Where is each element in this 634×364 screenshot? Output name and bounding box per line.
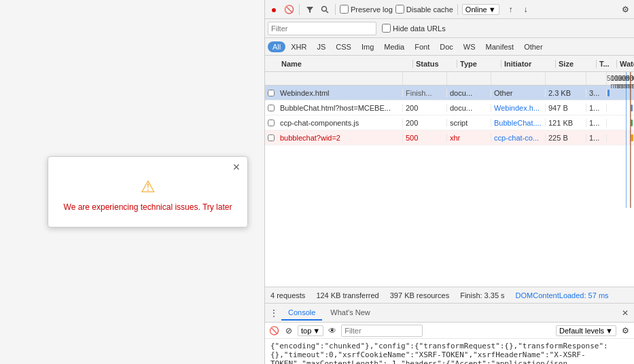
row-time: 1... xyxy=(586,134,607,142)
table-row[interactable]: ccp-chat-components.js 200 script Bubble… xyxy=(265,115,634,130)
table-header: Name Status Type Initiator Size T... Wat… xyxy=(265,56,634,72)
clear-button[interactable]: 🚫 xyxy=(283,3,295,16)
record-button[interactable]: ● xyxy=(268,3,280,16)
log-levels-select[interactable]: Default levels ▼ xyxy=(556,325,616,336)
tab-img[interactable]: Img xyxy=(357,41,378,52)
initiator-header[interactable]: Initiator xyxy=(501,60,556,68)
row-type: script xyxy=(447,119,491,127)
divider xyxy=(299,4,300,15)
divider xyxy=(457,4,458,15)
row-status: 200 xyxy=(403,104,447,112)
tab-other[interactable]: Other xyxy=(519,41,548,52)
table-row[interactable]: bubblechat?wid=2 500 xhr ccp-chat-co... … xyxy=(265,130,634,145)
finish-time: Finish: 3.35 s xyxy=(460,291,504,299)
row-time: 3... xyxy=(586,89,607,97)
row-checkbox[interactable] xyxy=(265,105,277,111)
svg-point-0 xyxy=(322,6,327,11)
row-time: 1... xyxy=(586,119,607,127)
tab-js[interactable]: JS xyxy=(312,41,330,52)
status-header[interactable]: Status xyxy=(413,60,457,68)
left-panel: ✕ ⚠ We are experiencing technical issues… xyxy=(0,0,265,364)
error-dialog: ✕ ⚠ We are experiencing technical issues… xyxy=(48,156,248,228)
preserve-log-checkbox[interactable] xyxy=(340,5,349,14)
console-settings-button[interactable]: ⚙ xyxy=(619,325,631,337)
console-toolbar: 🚫 ⊘ top ▼ 👁 Default levels ▼ ⚙ xyxy=(265,323,634,339)
context-selector[interactable]: top ▼ xyxy=(298,325,323,336)
table-row[interactable]: Webindex.html Finish... docu... Other 2.… xyxy=(265,86,634,101)
console-clear-alt-button[interactable]: ⊘ xyxy=(283,325,295,337)
row-type: xhr xyxy=(447,134,491,142)
row-size: 947 B xyxy=(546,104,586,112)
tab-css[interactable]: CSS xyxy=(331,41,356,52)
error-message: We are experiencing technical issues. Tr… xyxy=(62,202,234,213)
requests-count: 4 requests xyxy=(270,291,305,299)
filter-area xyxy=(341,325,553,337)
svg-line-1 xyxy=(326,11,328,13)
row-type: docu... xyxy=(447,104,491,112)
tab-media[interactable]: Media xyxy=(379,41,409,52)
download-button[interactable]: ↓ xyxy=(520,3,532,16)
devtools-toolbar: ● 🚫 Preserve log Disable cache Online ▼ … xyxy=(265,0,634,19)
filter-bar: Hide data URLs xyxy=(265,19,634,38)
time-ruler: 500 ms 1000 ms 1500 ms 2000 ms 2500 ms 3… xyxy=(265,72,634,86)
row-initiator: ccp-chat-co... xyxy=(491,134,546,142)
row-size: 121 KB xyxy=(546,119,586,127)
dom-content-loaded: DOMContentLoaded: 57 ms xyxy=(516,291,609,299)
network-throttle-select[interactable]: Online ▼ xyxy=(462,4,499,15)
console-tab-bar: ⋮ Console What's New ✕ xyxy=(265,304,634,323)
import-export: ↑ ↓ xyxy=(505,3,532,16)
row-name: BubbleChat.html?host=MCEBE... xyxy=(277,104,403,112)
upload-button[interactable]: ↑ xyxy=(505,3,517,16)
settings-button[interactable]: ⚙ xyxy=(619,3,631,16)
disable-cache-label[interactable]: Disable cache xyxy=(395,5,453,14)
filter-input[interactable] xyxy=(268,22,376,35)
hide-data-urls-checkbox[interactable] xyxy=(382,24,391,33)
row-status: 200 xyxy=(403,119,447,127)
hide-data-urls-label[interactable]: Hide data URLs xyxy=(382,24,446,33)
row-checkbox[interactable] xyxy=(265,134,277,141)
row-initiator: Other xyxy=(491,89,546,97)
ruler-area: 500 ms 1000 ms 1500 ms 2000 ms 2500 ms 3… xyxy=(607,72,634,85)
row-size: 225 B xyxy=(546,134,586,142)
waterfall-header[interactable]: Waterfall xyxy=(617,60,634,68)
devtools-panel: ● 🚫 Preserve log Disable cache Online ▼ … xyxy=(265,0,634,364)
tab-xhr[interactable]: XHR xyxy=(286,41,311,52)
tab-manifest[interactable]: Manifest xyxy=(481,41,519,52)
tab-all[interactable]: All xyxy=(268,41,285,52)
console-menu-button[interactable]: ⋮ xyxy=(268,307,280,319)
size-header[interactable]: Size xyxy=(556,60,597,68)
tab-font[interactable]: Font xyxy=(410,41,434,52)
row-time: 1... xyxy=(586,104,607,112)
tab-whats-new[interactable]: What's New xyxy=(323,306,376,321)
search-icon[interactable] xyxy=(319,3,331,16)
eye-icon[interactable]: 👁 xyxy=(326,325,338,337)
row-status: Finish... xyxy=(403,89,447,97)
row-name: bubblechat?wid=2 xyxy=(277,134,403,142)
row-name: Webindex.html xyxy=(277,89,403,97)
row-checkbox[interactable] xyxy=(265,90,277,96)
console-filter-input[interactable] xyxy=(341,325,423,337)
time-header[interactable]: T... xyxy=(597,60,617,68)
row-checkbox[interactable] xyxy=(265,120,277,126)
disable-cache-checkbox[interactable] xyxy=(395,5,404,14)
console-clear-button[interactable]: 🚫 xyxy=(268,325,280,337)
console-close-button[interactable]: ✕ xyxy=(619,308,631,318)
row-type: docu... xyxy=(447,89,491,97)
row-name: ccp-chat-components.js xyxy=(277,119,403,127)
tab-console[interactable]: Console xyxy=(281,306,322,321)
filter-icon[interactable] xyxy=(304,3,316,16)
name-header[interactable]: Name xyxy=(277,60,413,68)
table-row[interactable]: BubbleChat.html?host=MCEBE... 200 docu..… xyxy=(265,101,634,115)
transferred-size: 124 KB transferred xyxy=(316,291,378,299)
tab-ws[interactable]: WS xyxy=(459,41,480,52)
close-button[interactable]: ✕ xyxy=(232,162,241,172)
divider xyxy=(335,4,336,15)
row-size: 2.3 KB xyxy=(546,89,586,97)
type-filter-tabs: All XHR JS CSS Img Media Font Doc WS Man… xyxy=(265,38,634,56)
console-output: {"encoding":"chunked"},"config":{"transf… xyxy=(265,339,634,364)
type-header[interactable]: Type xyxy=(457,60,501,68)
row-initiator: Webindex.h... xyxy=(491,104,546,112)
tab-doc[interactable]: Doc xyxy=(435,41,458,52)
preserve-log-label[interactable]: Preserve log xyxy=(340,5,393,14)
warning-icon: ⚠ xyxy=(62,177,234,196)
